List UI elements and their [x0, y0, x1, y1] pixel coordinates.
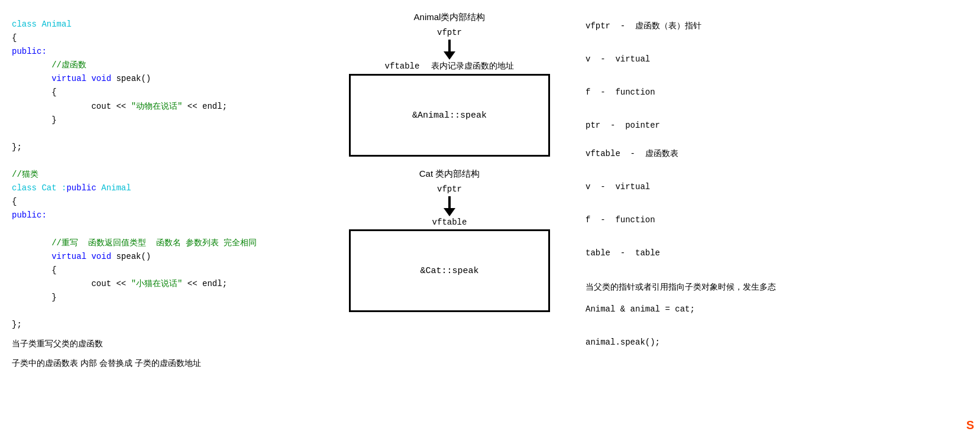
cat-title: Cat 类内部结构: [419, 168, 480, 180]
animal-arrow: [444, 40, 455, 60]
center-panel: Animal类内部结构 vfptr vftable 表内记录虚函数的地址 &An…: [331, 6, 568, 432]
code-line: public:: [12, 209, 319, 222]
legend-line: [586, 67, 962, 84]
code-line: public:: [12, 45, 319, 59]
code-line: [12, 304, 319, 318]
animal-vftable-desc: 表内记录虚函数的地址: [431, 61, 514, 72]
watermark: S: [966, 418, 974, 432]
animal-vfptr-label: vfptr: [437, 28, 462, 37]
cat-vtable-box: &Cat::speak: [349, 229, 550, 312]
animal-diagram: Animal类内部结构 vfptr vftable 表内记录虚函数的地址 &An…: [343, 12, 556, 168]
code-line: {: [12, 264, 319, 277]
code-block: class Animal{public: //虚函数 virtual void …: [12, 18, 319, 332]
animal-vftable-row: vftable 表内记录虚函数的地址: [385, 61, 515, 72]
code-line: [12, 154, 319, 168]
code-line: //猫类: [12, 168, 319, 181]
vftable-line: v - virtual: [586, 179, 962, 195]
cat-arrow-head: [444, 208, 455, 216]
bottom-text1: 当子类重写父类的虚函数: [12, 336, 319, 351]
vftable-line: table - table: [586, 245, 962, 261]
code-line: virtual void speak(): [12, 250, 319, 264]
legend-line: f - function: [586, 84, 962, 100]
code-line: class Animal: [12, 18, 319, 31]
cat-vfptr-label: vfptr: [437, 184, 462, 194]
code-line: }: [12, 113, 319, 127]
legend-line: [586, 100, 962, 117]
animal-vtable-box: &Animal::speak: [349, 74, 550, 157]
polymorph-code-line: animal.speak();: [586, 334, 962, 351]
legend-line: ptr - pointer: [586, 117, 962, 134]
arrow-shaft: [448, 40, 451, 51]
polymorph-title: 当父类的指针或者引用指向子类对象时候，发生多态: [586, 279, 962, 295]
animal-box-content: &Animal::speak: [412, 111, 487, 121]
vftable-line: [586, 195, 962, 212]
right-panel: vfptr - 虚函数（表）指针 v - virtual f - functio…: [568, 6, 980, 432]
left-panel: class Animal{public: //虚函数 virtual void …: [0, 6, 331, 432]
polymorph-code-line: [586, 317, 962, 334]
cat-arrow: [444, 196, 455, 216]
code-line: {: [12, 86, 319, 99]
code-line: };: [12, 318, 319, 332]
vftable-section: vftable - 虚函数表 v - virtual f - function …: [586, 145, 962, 261]
cat-vftable-label: vftable: [432, 218, 467, 227]
vftable-line: vftable - 虚函数表: [586, 145, 962, 162]
code-line: }: [12, 291, 319, 304]
polymorph-code: Animal & animal = cat; animal.speak();: [586, 301, 962, 351]
code-line: //重写 函数返回值类型 函数名 参数列表 完全相同: [12, 236, 319, 250]
code-line: [12, 127, 319, 141]
code-line: cout << "动物在说话" << endl;: [12, 100, 319, 113]
main-layout: class Animal{public: //虚函数 virtual void …: [0, 0, 980, 438]
animal-vftable-label: vftable: [385, 61, 420, 71]
legend-line: vfptr - 虚函数（表）指针: [586, 18, 962, 34]
vftable-line: [586, 228, 962, 245]
vftable-line: f - function: [586, 212, 962, 228]
code-line: class Cat :public Animal: [12, 181, 319, 195]
legend-line: [586, 34, 962, 51]
code-line: //虚函数: [12, 59, 319, 72]
code-line: {: [12, 195, 319, 209]
code-line: {: [12, 31, 319, 45]
arrow-head: [444, 51, 455, 60]
code-line: };: [12, 141, 319, 154]
polymorph-section: 当父类的指针或者引用指向子类对象时候，发生多态 Animal & animal …: [586, 279, 962, 351]
legend-line: v - virtual: [586, 51, 962, 67]
vftable-line: [586, 162, 962, 179]
bottom-text3: 子类中的虚函数表 内部 会替换成 子类的虚函数地址: [12, 356, 319, 371]
code-line: cout << "小猫在说话" << endl;: [12, 277, 319, 291]
code-line: [12, 222, 319, 236]
cat-arrow-shaft: [448, 196, 451, 208]
section-gap: [586, 134, 962, 145]
code-line: virtual void speak(): [12, 72, 319, 86]
legend-section: vfptr - 虚函数（表）指针 v - virtual f - functio…: [586, 18, 962, 134]
animal-title: Animal类内部结构: [414, 12, 486, 23]
cat-diagram: Cat 类内部结构 vfptr vftable &Cat::speak: [343, 168, 556, 324]
cat-box-content: &Cat::speak: [420, 266, 478, 276]
polymorph-code-line: Animal & animal = cat;: [586, 301, 962, 317]
cat-vftable-row: vftable: [432, 218, 467, 227]
